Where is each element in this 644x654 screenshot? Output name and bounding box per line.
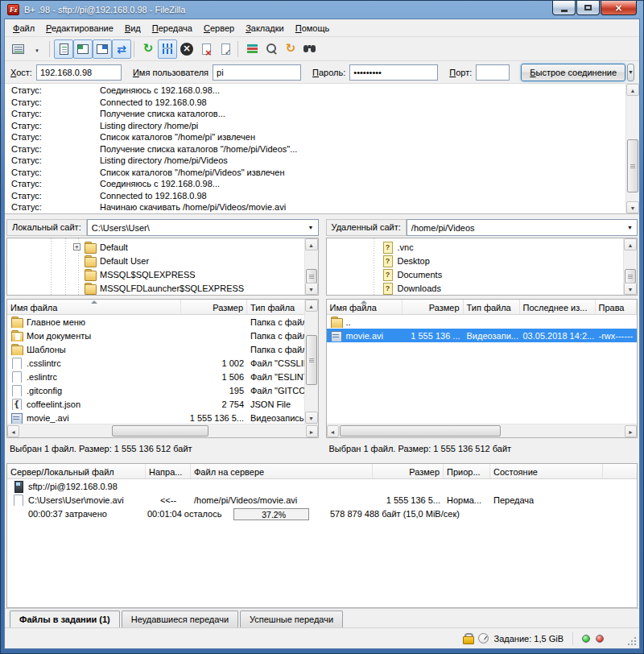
remote-list-hscrollbar-thumb[interactable]: [340, 425, 501, 437]
process-queue-button[interactable]: [158, 39, 177, 59]
tree-item[interactable]: .vnc: [327, 240, 638, 254]
resize-grip[interactable]: [626, 635, 636, 645]
file-row[interactable]: Шаблоны Папка с файл...: [7, 342, 318, 356]
queue-tab[interactable]: Неудавшиеся передачи: [122, 611, 238, 627]
scroll-left-icon[interactable]: ◄: [7, 425, 19, 437]
expander-icon[interactable]: +: [73, 243, 80, 250]
scroll-down-icon[interactable]: ▼: [305, 283, 318, 295]
disconnect-button[interactable]: [196, 39, 216, 59]
queue-transfer-row[interactable]: C:\Users\User\movie.avi <<-- /home/pi/Vi…: [7, 493, 637, 507]
site-manager-button[interactable]: [8, 39, 27, 59]
quickconnect-dropdown-button[interactable]: ▼: [627, 64, 634, 81]
file-row[interactable]: coffeelint.json 2 754 JSON File: [7, 397, 318, 411]
scroll-down-icon[interactable]: ▼: [305, 412, 318, 424]
scroll-down-icon[interactable]: ▼: [626, 201, 639, 213]
file-row[interactable]: movie.avi 1 555 136 ... Видеозапи... 03.…: [327, 329, 638, 342]
expander-icon[interactable]: [73, 257, 80, 264]
tree-item[interactable]: Downloads: [327, 281, 638, 295]
file-row[interactable]: Мои документы Папка с файл...: [7, 329, 318, 342]
maximize-button[interactable]: [576, 1, 600, 15]
local-list-hscrollbar-thumb[interactable]: [112, 425, 208, 437]
remote-list-hscrollbar[interactable]: ◄ ►: [327, 424, 638, 437]
tree-item[interactable]: MSSQL$SQLEXPRESS: [7, 267, 318, 281]
close-button[interactable]: ×: [601, 1, 637, 15]
scroll-right-icon[interactable]: ►: [306, 425, 318, 437]
column-header-size[interactable]: Размер: [373, 464, 444, 478]
site-manager-dropdown-button[interactable]: [27, 39, 47, 59]
host-input[interactable]: [36, 64, 122, 81]
file-row[interactable]: Главное меню Папка с файл...: [7, 315, 318, 329]
menu-item[interactable]: Файл: [7, 20, 40, 35]
toggle-remote-tree-button[interactable]: [93, 39, 112, 59]
scroll-up-icon[interactable]: ▲: [624, 238, 637, 250]
toggle-message-log-button[interactable]: [54, 39, 73, 59]
tree-item[interactable]: Desktop: [327, 254, 638, 267]
menu-item[interactable]: Редактирование: [40, 20, 119, 35]
cancel-button[interactable]: [177, 39, 196, 59]
scroll-down-icon[interactable]: ▼: [624, 283, 637, 295]
filter-button[interactable]: [262, 39, 281, 59]
menu-item[interactable]: Помощь: [290, 20, 336, 35]
column-header-priority[interactable]: Приор...: [444, 464, 490, 478]
expander-icon[interactable]: [73, 284, 80, 292]
queue-server-row[interactable]: sftp://pi@192.168.0.98: [7, 479, 637, 493]
lock-icon[interactable]: [463, 633, 473, 644]
log-scrollbar[interactable]: ▲ ▼: [625, 84, 639, 213]
column-header-size[interactable]: Размер: [402, 300, 464, 314]
column-header-modified[interactable]: Последнее из...: [520, 300, 596, 314]
chevron-down-icon[interactable]: ▼: [624, 225, 633, 230]
log-scrollbar-thumb[interactable]: [627, 139, 638, 192]
tree-item[interactable]: + Default: [7, 240, 318, 254]
scroll-up-icon[interactable]: ▲: [626, 84, 639, 96]
speed-limit-icon[interactable]: [478, 633, 489, 644]
file-row[interactable]: movie_.avi 1 555 136 5... Видеозапись: [7, 411, 318, 424]
tree-item[interactable]: Default User: [7, 254, 318, 267]
quickconnect-button[interactable]: Быстрое соединение: [521, 64, 625, 81]
file-row[interactable]: ..: [327, 315, 638, 329]
synchronized-browsing-button[interactable]: [281, 39, 300, 59]
chevron-down-icon[interactable]: ▼: [305, 225, 314, 230]
column-header-name[interactable]: Имя файла: [327, 300, 402, 314]
column-header-state[interactable]: Состояние: [490, 464, 603, 478]
tree-item[interactable]: MSSQLFDLauncher$SQLEXPRESS: [7, 281, 318, 295]
column-header-name[interactable]: Имя файла: [7, 300, 181, 314]
remote-site-combo[interactable]: /home/pi/Videos ▼: [407, 219, 638, 236]
file-row[interactable]: .csslintrc 1 002 Файл "CSSLIN...: [7, 356, 318, 370]
menu-item[interactable]: Передача: [147, 20, 198, 35]
local-tree-scrollbar-thumb[interactable]: [306, 269, 317, 284]
local-list-scrollbar-thumb[interactable]: [306, 335, 317, 385]
reconnect-button[interactable]: [216, 39, 235, 59]
scroll-up-icon[interactable]: ▲: [305, 238, 318, 250]
column-header-server-local-file[interactable]: Сервер/Локальный файл: [7, 464, 146, 478]
minimize-button[interactable]: [552, 1, 576, 15]
column-header-type[interactable]: Тип файла: [464, 300, 520, 314]
local-site-combo[interactable]: C:\Users\User\ ▼: [87, 219, 319, 236]
scroll-right-icon[interactable]: ►: [625, 425, 637, 437]
local-tree-scrollbar[interactable]: ▲ ▼: [304, 238, 318, 295]
port-input[interactable]: [476, 64, 510, 81]
column-header-direction[interactable]: Напра...: [146, 464, 191, 478]
password-input[interactable]: [349, 64, 438, 81]
toggle-transfer-queue-button[interactable]: [112, 39, 131, 59]
local-list-hscrollbar[interactable]: ◄ ►: [7, 424, 318, 437]
tree-item[interactable]: Documents: [327, 267, 638, 281]
directory-comparison-button[interactable]: [242, 39, 262, 59]
scroll-up-icon[interactable]: ▲: [305, 300, 318, 312]
local-list-scrollbar[interactable]: ▲ ▼: [304, 300, 318, 424]
queue-tab[interactable]: Файлы в задании (1): [10, 611, 120, 627]
remote-tree-scrollbar[interactable]: ▲ ▼: [623, 238, 637, 295]
expander-icon[interactable]: [73, 271, 80, 278]
file-row[interactable]: .eslintrc 1 506 Файл "ESLINT...: [7, 370, 318, 383]
file-row[interactable]: .gitconfig 195 Файл "GITCO...: [7, 383, 318, 397]
column-header-permissions[interactable]: Права: [596, 300, 638, 314]
remote-tree-scrollbar-thumb[interactable]: [625, 269, 636, 284]
menu-item[interactable]: Сервер: [198, 20, 240, 35]
username-input[interactable]: [213, 64, 301, 81]
find-files-button[interactable]: [300, 39, 320, 59]
menu-item[interactable]: Закладки: [240, 20, 290, 35]
refresh-button[interactable]: [138, 39, 158, 59]
scroll-left-icon[interactable]: ◄: [327, 425, 339, 437]
column-header-size[interactable]: Размер: [181, 300, 247, 314]
toggle-local-tree-button[interactable]: [73, 39, 93, 59]
queue-tab[interactable]: Успешные передачи: [240, 611, 343, 627]
